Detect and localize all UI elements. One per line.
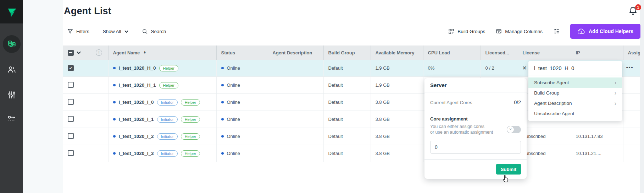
menu-item[interactable]: Agent Description› <box>528 98 622 108</box>
cell-agent-name[interactable]: l_test_1020_H_1Helper <box>108 77 216 94</box>
submit-button[interactable]: Submit <box>496 164 521 175</box>
filters-button[interactable]: Filters <box>67 28 89 34</box>
cell-licensed: 0 / 2 <box>481 60 518 77</box>
cell-ip: 10.131.21.... <box>571 145 623 162</box>
sidebar-item-settings[interactable] <box>0 86 23 104</box>
col-assigned[interactable]: Assigned... <box>623 45 640 60</box>
scrollbar-track[interactable] <box>640 0 644 193</box>
cores-input[interactable] <box>430 141 521 154</box>
col-cpu[interactable]: CPU Load <box>423 45 481 60</box>
agent-context-menu: l_test_1020_H_0 Subscribe Agent›Build Gr… <box>528 61 622 121</box>
notifications-button[interactable]: 1 <box>628 6 640 18</box>
table-row[interactable]: l_test_1020_I_3InitiatorHelperOnlineDefa… <box>63 145 640 162</box>
current-cores-label: Current Agent Cores <box>430 100 472 105</box>
select-menu-chevron-icon[interactable] <box>77 51 81 54</box>
row-checkbox[interactable] <box>68 65 74 71</box>
menu-item[interactable]: Unsubscribe Agent <box>528 108 622 119</box>
agent-status-dot-icon <box>113 135 116 138</box>
sidebar-item-users[interactable] <box>0 61 23 79</box>
cell-agent-name[interactable]: l_test_1020_H_0Helper <box>108 60 216 77</box>
add-cloud-helpers-button[interactable]: Add Cloud Helpers <box>570 24 640 39</box>
status-text: Online <box>227 117 240 122</box>
cell-alerts <box>90 94 108 111</box>
cell-memory: 1.9 GB <box>371 77 423 94</box>
agent-role-badge: Helper <box>181 116 200 123</box>
online-status-dot-icon <box>221 67 224 69</box>
cell-build-group: Default <box>323 60 371 77</box>
manage-columns-button[interactable]: Manage Columns <box>496 28 543 34</box>
row-checkbox[interactable] <box>68 116 74 122</box>
col-status[interactable]: Status <box>216 45 268 60</box>
col-build-group[interactable]: Build Group <box>323 45 371 60</box>
cell-select <box>63 94 90 111</box>
filter-funnel-icon <box>67 28 73 34</box>
col-memory[interactable]: Available Memory <box>371 45 423 60</box>
status-text: Online <box>227 134 240 139</box>
cell-alerts <box>90 128 108 145</box>
menu-item[interactable]: Subscribe Agent› <box>528 77 622 88</box>
status-text: Online <box>227 65 240 71</box>
online-status-dot-icon <box>221 135 224 138</box>
row-checkbox[interactable] <box>68 133 74 139</box>
sidebar-item-license[interactable] <box>0 109 23 127</box>
row-checkbox[interactable] <box>68 99 74 105</box>
app-logo[interactable] <box>0 0 23 23</box>
more-options-icon[interactable]: ••• <box>623 63 636 72</box>
col-ip[interactable]: IP <box>571 45 623 60</box>
page-title: Agent List <box>64 6 111 17</box>
agent-status-dot-icon <box>113 118 116 120</box>
agent-status-dot-icon <box>113 101 116 103</box>
row-density-button[interactable] <box>553 28 560 34</box>
online-status-dot-icon <box>221 101 224 103</box>
col-description[interactable]: Agent Description <box>268 45 323 60</box>
col-select <box>63 45 90 60</box>
cell-description <box>268 128 323 145</box>
cell-agent-name[interactable]: l_test_1020_I_3InitiatorHelper <box>108 145 216 162</box>
collapsed-subnav-panel <box>23 0 63 193</box>
close-icon[interactable]: ✕ <box>520 63 529 73</box>
agent-role-badge: Helper <box>181 150 200 157</box>
cell-agent-name[interactable]: l_test_1020_I_0InitiatorHelper <box>108 94 216 111</box>
cell-memory: 3.8 GB <box>371 94 423 111</box>
show-filter-dropdown[interactable]: Show All <box>103 29 128 34</box>
row-checkbox[interactable] <box>68 150 74 156</box>
auto-assignment-toggle[interactable]: ✕ <box>507 126 521 133</box>
users-icon <box>7 65 16 74</box>
agent-name-text: l_test_1020_H_0 <box>119 65 156 71</box>
cell-status: Online <box>216 94 268 111</box>
key-icon <box>7 114 16 123</box>
agent-role-badge: Initiator <box>157 150 178 157</box>
col-agent-name[interactable]: Agent Name ▲▼ <box>108 45 216 60</box>
menu-item[interactable]: Build Group› <box>528 88 622 98</box>
search-placeholder: Search <box>151 29 166 34</box>
col-licensed[interactable]: Licensed... <box>481 45 518 60</box>
cell-alerts <box>90 145 108 162</box>
agent-role-badge: Initiator <box>157 116 178 123</box>
agent-status-dot-icon <box>113 67 116 69</box>
cell-agent-name[interactable]: l_test_1020_I_1InitiatorHelper <box>108 111 216 128</box>
build-groups-button[interactable]: Build Groups <box>448 28 485 34</box>
cell-agent-name[interactable]: l_test_1020_I_2InitiatorHelper <box>108 128 216 145</box>
cell-assigned <box>623 94 640 111</box>
cell-alerts <box>90 111 108 128</box>
select-all-checkbox[interactable] <box>68 50 74 56</box>
cell-status: Online <box>216 77 268 94</box>
cell-build-group: Default <box>323 94 371 111</box>
row-checkbox[interactable] <box>68 82 74 88</box>
search-input[interactable]: Search <box>142 28 166 34</box>
table-row[interactable]: l_test_1020_I_2InitiatorHelperOnlineDefa… <box>63 128 640 145</box>
context-menu-items: Subscribe Agent›Build Group›Agent Descri… <box>528 77 622 119</box>
sort-icon[interactable]: ▲▼ <box>143 51 146 54</box>
cell-build-group: Default <box>323 111 371 128</box>
core-assignment-heading: Core assignment <box>430 116 521 122</box>
core-assignment-description: You can either assign cores or use an au… <box>430 124 498 135</box>
agent-role-badge: Helper <box>159 82 178 89</box>
build-groups-icon <box>448 28 454 34</box>
sidebar-item-agents[interactable] <box>0 35 23 53</box>
toolbar: Filters Show All Search Build Groups <box>67 23 640 39</box>
chevron-down-icon <box>124 30 128 33</box>
agent-role-badge: Initiator <box>157 99 178 106</box>
agent-role-badge: Initiator <box>157 133 178 140</box>
menu-item-label: Unsubscribe Agent <box>534 111 574 116</box>
col-license[interactable]: License <box>518 45 571 60</box>
